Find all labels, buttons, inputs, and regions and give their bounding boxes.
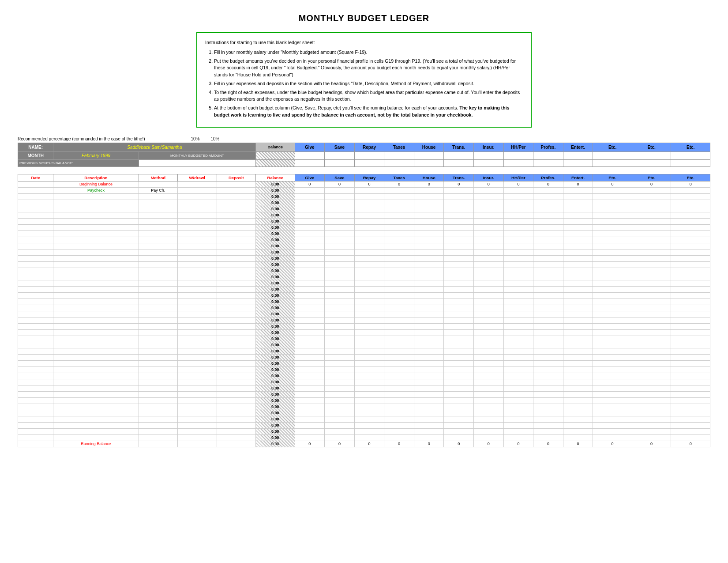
- table-row: 0.00: [18, 292, 710, 299]
- table-row: 0.00: [18, 280, 710, 286]
- paycheck-balance: 0.00: [256, 187, 295, 193]
- table-row: 0.00: [18, 274, 710, 280]
- paycheck-label: Paycheck: [53, 187, 139, 193]
- house-header: House: [414, 143, 444, 151]
- instructions-list: Fill in your monthly salary under "Month…: [205, 49, 523, 119]
- name-value: Saddleback Sam/Samantha: [53, 143, 256, 151]
- data-table-body: Beginning Balance 0.00 0 0 0 0 0 0 0 0 0…: [18, 181, 710, 447]
- monthly-budgeted-label: MONTHLY BUDGETED AMOUNT: [139, 151, 256, 159]
- paycheck-method: Pay Ch.: [139, 187, 178, 193]
- col-etc3: Etc.: [671, 174, 710, 181]
- table-row: 0.00: [18, 218, 710, 224]
- beginning-balance-row: Beginning Balance 0.00 0 0 0 0 0 0 0 0 0…: [18, 181, 710, 187]
- profes-header: Profes.: [533, 143, 563, 151]
- month-value: February 1999: [53, 151, 139, 159]
- prev-balance-label: PREVIOUS MONTH'S BALANCE:: [18, 159, 139, 166]
- table-row: 0.00: [18, 348, 710, 354]
- running-balance-row: Running Balance0.000000000000000: [18, 441, 710, 447]
- table-row: 0.00: [18, 373, 710, 379]
- trans-header: Trans.: [444, 143, 474, 151]
- insur-header: Insur.: [474, 143, 504, 151]
- table-row: 0.00: [18, 249, 710, 255]
- table-row: 0.00: [18, 193, 710, 200]
- balance-header: Balance: [256, 143, 295, 151]
- beginning-balance-value: 0.00: [256, 181, 295, 187]
- table-row: 0.00: [18, 212, 710, 218]
- main-data-table: Date Description Method W/drawl Deposit …: [18, 174, 710, 447]
- table-row: 0.00: [18, 206, 710, 212]
- prev-balance-cell: [256, 159, 295, 166]
- col-balance: Balance: [256, 174, 295, 181]
- etc3-header: Etc.: [671, 143, 710, 151]
- col-entert: Entert.: [563, 174, 593, 181]
- table-row: 0.00: [18, 422, 710, 428]
- instruction-2: Put the budget amounts you've decided on…: [214, 58, 523, 79]
- table-row: 0.00: [18, 397, 710, 404]
- table-row: 0.00: [18, 379, 710, 385]
- prev-balance-row: PREVIOUS MONTH'S BALANCE:: [18, 159, 710, 166]
- pct-value-2: 10%: [205, 136, 225, 141]
- table-row: 0.00: [18, 354, 710, 360]
- pct-value-1: 10%: [185, 136, 205, 141]
- table-row: 0.00: [18, 230, 710, 237]
- table-row: 0.00: [18, 200, 710, 206]
- col-wdrawl: W/drawl: [178, 174, 217, 181]
- table-row: 0.00: [18, 404, 710, 410]
- col-etc2: Etc.: [632, 174, 671, 181]
- table-row: 0.00: [18, 416, 710, 422]
- table-row: 0.00: [18, 329, 710, 336]
- instruction-1: Fill in your monthly salary under "Month…: [214, 49, 523, 56]
- monthly-balance-cell: [256, 151, 295, 159]
- col-description: Description: [53, 174, 139, 181]
- table-row: 0.00: [18, 224, 710, 230]
- table-row: 0.00: [18, 299, 710, 305]
- col-method: Method: [139, 174, 178, 181]
- col-date: Date: [18, 174, 53, 181]
- table-row: 0.00: [18, 336, 710, 342]
- table-row: 0.00: [18, 428, 710, 435]
- recommended-pct-row: Recommended percentage (commanded in the…: [18, 136, 710, 141]
- table-row: 0.00: [18, 410, 710, 416]
- table-row: 0.00: [18, 360, 710, 367]
- col-deposit: Deposit: [217, 174, 256, 181]
- table-row: 0.00: [18, 311, 710, 317]
- instruction-4: To the right of each expenses, under the…: [214, 89, 523, 103]
- page: MONTHLY BUDGET LEDGER Instructions for s…: [0, 0, 728, 461]
- name-label: NAME:: [18, 143, 53, 151]
- col-house: House: [414, 174, 444, 181]
- table-row: 0.00: [18, 323, 710, 329]
- paycheck-row: Paycheck Pay Ch. 0.00: [18, 187, 710, 193]
- col-hhper: HH/Per: [503, 174, 533, 181]
- data-table-header: Date Description Method W/drawl Deposit …: [18, 174, 710, 181]
- table-row: 0.00: [18, 237, 710, 243]
- month-label: MONTH: [18, 151, 53, 159]
- table-row: 0.00: [18, 367, 710, 373]
- table-row: 0.00: [18, 243, 710, 249]
- col-repay: Repay: [354, 174, 384, 181]
- table-row: 0.00: [18, 317, 710, 323]
- col-give: Give: [295, 174, 325, 181]
- beginning-balance-label: Beginning Balance: [53, 181, 139, 187]
- table-row: 0.00: [18, 342, 710, 348]
- name-row: NAME: Saddleback Sam/Samantha Balance Gi…: [18, 143, 710, 151]
- month-row: MONTH February 1999 MONTHLY BUDGETED AMO…: [18, 151, 710, 159]
- etc2-header: Etc.: [632, 143, 671, 151]
- col-save: Save: [325, 174, 355, 181]
- entert-header: Entert.: [563, 143, 593, 151]
- table-row: 0.00: [18, 255, 710, 261]
- table-row: 0.00: [18, 305, 710, 311]
- hhper-header: HH/Per: [503, 143, 533, 151]
- instruction-3: Fill in your expenses and deposits in th…: [214, 80, 523, 87]
- instructions-heading: Instructions for starting to use this bl…: [205, 39, 523, 46]
- etc1-header: Etc.: [593, 143, 632, 151]
- instruction-5: At the bottom of each budget column (Giv…: [214, 105, 523, 119]
- table-row: 0.00: [18, 435, 710, 441]
- table-row: 0.00: [18, 268, 710, 274]
- instructions-box: Instructions for starting to use this bl…: [196, 32, 532, 128]
- table-row: 0.00: [18, 391, 710, 397]
- page-title: MONTHLY BUDGET LEDGER: [18, 13, 710, 23]
- repay-header: Repay: [354, 143, 384, 151]
- give-header: Give: [295, 143, 325, 151]
- col-taxes: Taxes: [384, 174, 414, 181]
- taxes-header: Taxes: [384, 143, 414, 151]
